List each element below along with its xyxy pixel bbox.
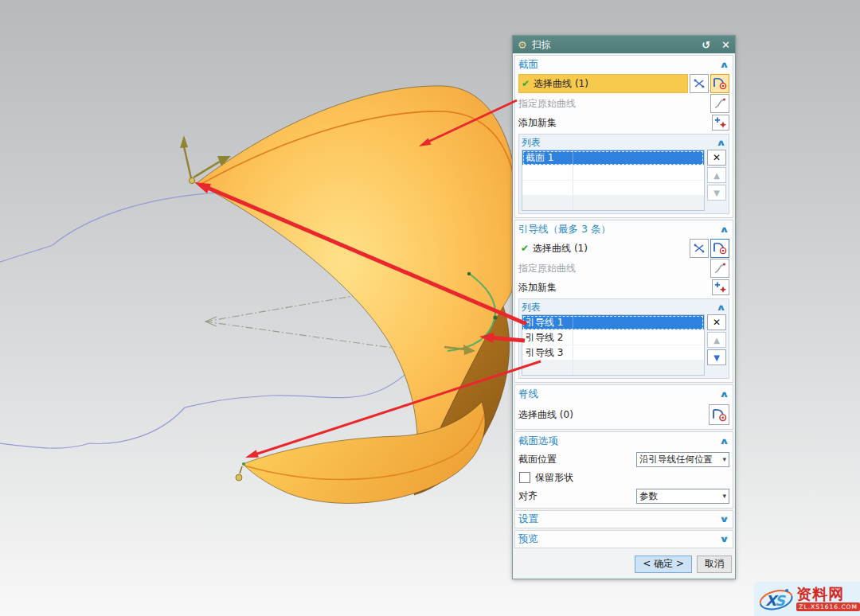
preview-title: 预览 bbox=[518, 532, 538, 546]
move-down-icon[interactable]: ▼ bbox=[707, 349, 726, 365]
list-item[interactable] bbox=[522, 181, 704, 196]
list-header-label: 列表 bbox=[522, 136, 541, 150]
group-settings: 设置 ∨ bbox=[514, 510, 733, 528]
list-item-label: 截面 1 bbox=[522, 150, 573, 165]
deselect-icon[interactable] bbox=[690, 74, 709, 93]
section-group-header[interactable]: 截面 ∧ bbox=[518, 57, 729, 73]
list-header-label: 列表 bbox=[522, 301, 541, 314]
check-icon: ✔ bbox=[521, 243, 529, 254]
chevron-up-icon[interactable]: ∧ bbox=[716, 138, 726, 148]
settings-header[interactable]: 设置 ∨ bbox=[518, 511, 729, 528]
dialog-titlebar[interactable]: ⚙ 扫掠 ↺ ✕ bbox=[513, 36, 735, 53]
cancel-button[interactable]: 取消 bbox=[697, 556, 732, 573]
move-up-icon[interactable]: ▲ bbox=[707, 332, 726, 348]
guides-list-header[interactable]: 列表 ∧ bbox=[522, 301, 726, 314]
move-down-icon[interactable]: ▼ bbox=[707, 185, 726, 201]
group-section: 截面 ∧ ✔ 选择曲线 (1) 指定原始曲线 bbox=[514, 55, 733, 218]
section-list: 截面 1 bbox=[522, 150, 705, 211]
curve-rule-icon[interactable] bbox=[709, 404, 729, 425]
align-label: 对齐 bbox=[518, 489, 636, 503]
align-value: 参数 bbox=[639, 490, 722, 502]
spine-group-header[interactable]: 脊线 ∧ bbox=[518, 386, 729, 403]
reset-icon[interactable]: ↺ bbox=[702, 39, 710, 51]
original-curve-icon[interactable] bbox=[710, 94, 729, 113]
nx-application-window: { "dialog": { "title": "扫掠", "icons": { … bbox=[0, 0, 860, 616]
guides-list-panel: 列表 ∧ 引导线 1 引导线 2 引导线 3 ✕ ▲ ▼ bbox=[518, 298, 729, 379]
chevron-up-icon[interactable]: ∧ bbox=[719, 224, 729, 235]
ok-button[interactable]: < 确定 > bbox=[635, 556, 692, 573]
spine-select-curve-label[interactable]: 选择曲线 (0) bbox=[518, 408, 707, 422]
add-new-set-label[interactable]: 添加新集 bbox=[518, 116, 710, 130]
section-position-value: 沿引导线任何位置 bbox=[639, 454, 722, 466]
list-item-label bbox=[522, 166, 573, 180]
guides-group-header[interactable]: 引导线（最多 3 条） ∧ bbox=[518, 221, 729, 238]
section-list-header[interactable]: 列表 ∧ bbox=[522, 136, 726, 150]
chevron-down-icon[interactable]: ∨ bbox=[719, 534, 729, 544]
section-select-curve-field[interactable]: ✔ 选择曲线 (1) bbox=[518, 74, 688, 93]
guide-point-marker bbox=[493, 315, 497, 319]
chevron-up-icon[interactable]: ∧ bbox=[719, 60, 729, 70]
list-item[interactable]: 截面 1 bbox=[522, 150, 704, 166]
group-section-options: 截面选项 ∧ 截面位置 沿引导线任何位置 ▾ 保留形状 对齐 参数 ▾ bbox=[514, 431, 733, 509]
list-item[interactable] bbox=[522, 361, 704, 375]
list-item[interactable]: 引导线 3 bbox=[522, 345, 704, 361]
chevron-down-icon[interactable]: ∨ bbox=[719, 514, 729, 524]
section-select-curve-label: 选择曲线 (1) bbox=[534, 77, 588, 91]
chevron-down-icon: ▾ bbox=[722, 492, 726, 500]
dialog-footer: < 确定 > 取消 bbox=[514, 550, 733, 577]
add-new-set-icon[interactable] bbox=[712, 279, 729, 295]
specify-original-curve-label[interactable]: 指定原始曲线 bbox=[518, 262, 709, 275]
group-preview: 预览 ∨ bbox=[514, 530, 733, 548]
original-curve-icon[interactable] bbox=[710, 259, 729, 278]
guides-select-curve-field[interactable]: ✔ 选择曲线 (1) bbox=[518, 240, 688, 257]
list-item-label bbox=[522, 181, 573, 195]
list-item-label bbox=[522, 361, 573, 375]
chevron-down-icon: ▾ bbox=[722, 455, 726, 463]
keep-shape-label: 保留形状 bbox=[535, 471, 573, 485]
list-item[interactable] bbox=[522, 196, 704, 210]
section-options-title: 截面选项 bbox=[518, 435, 558, 448]
list-item-label: 引导线 3 bbox=[522, 345, 573, 360]
group-guides: 引导线（最多 3 条） ∧ ✔ 选择曲线 (1) 指定原始曲线 bbox=[514, 220, 733, 383]
settings-title: 设置 bbox=[518, 513, 538, 526]
remove-item-icon[interactable]: ✕ bbox=[707, 314, 726, 330]
list-item-label: 引导线 2 bbox=[522, 330, 573, 345]
watermark-name: 资料网 bbox=[796, 587, 860, 602]
guide-point-marker bbox=[467, 272, 471, 275]
chevron-up-icon[interactable]: ∧ bbox=[719, 436, 729, 446]
section-group-title: 截面 bbox=[518, 58, 538, 72]
add-new-set-icon[interactable] bbox=[712, 115, 729, 131]
align-dropdown[interactable]: 参数 ▾ bbox=[636, 489, 729, 504]
dialog-title: 扫掠 bbox=[532, 38, 694, 52]
list-item[interactable]: 引导线 2 bbox=[522, 330, 704, 345]
move-up-icon[interactable]: ▲ bbox=[707, 167, 726, 183]
watermark-site: ZL.XS1616.COM bbox=[796, 602, 860, 611]
svg-text:S: S bbox=[775, 593, 786, 609]
sweep-dialog: ⚙ 扫掠 ↺ ✕ 截面 ∧ ✔ 选择曲线 (1) bbox=[512, 35, 736, 579]
watermark: X S 资料网 ZL.XS1616.COM bbox=[754, 582, 860, 616]
section-options-header[interactable]: 截面选项 ∧ bbox=[518, 433, 729, 450]
deselect-icon[interactable] bbox=[690, 239, 709, 258]
close-icon[interactable]: ✕ bbox=[721, 39, 730, 51]
section-position-dropdown[interactable]: 沿引导线任何位置 ▾ bbox=[636, 452, 729, 467]
spine-group-title: 脊线 bbox=[518, 388, 538, 401]
section-list-panel: 列表 ∧ 截面 1 ✕ ▲ ▼ bbox=[518, 134, 729, 214]
dialog-menu-gear-icon[interactable]: ⚙ bbox=[518, 39, 527, 51]
group-spine: 脊线 ∧ 选择曲线 (0) bbox=[514, 384, 733, 430]
chevron-up-icon[interactable]: ∧ bbox=[716, 302, 726, 313]
curve-rule-icon[interactable] bbox=[710, 74, 729, 93]
curve-rule-icon[interactable] bbox=[710, 239, 729, 258]
guides-select-curve-label: 选择曲线 (1) bbox=[533, 242, 588, 255]
preview-header[interactable]: 预览 ∨ bbox=[518, 531, 729, 548]
check-icon: ✔ bbox=[522, 78, 530, 89]
watermark-logo: X S bbox=[757, 584, 795, 614]
specify-original-curve-label[interactable]: 指定原始曲线 bbox=[518, 97, 709, 111]
list-item[interactable] bbox=[522, 166, 704, 181]
keep-shape-checkbox[interactable] bbox=[519, 472, 530, 483]
remove-item-icon[interactable]: ✕ bbox=[707, 150, 726, 166]
list-item-label bbox=[522, 196, 573, 210]
guides-list: 引导线 1 引导线 2 引导线 3 bbox=[522, 314, 705, 376]
chevron-up-icon[interactable]: ∧ bbox=[719, 389, 729, 400]
list-item[interactable]: 引导线 1 bbox=[522, 315, 704, 330]
add-new-set-label[interactable]: 添加新集 bbox=[518, 281, 710, 294]
